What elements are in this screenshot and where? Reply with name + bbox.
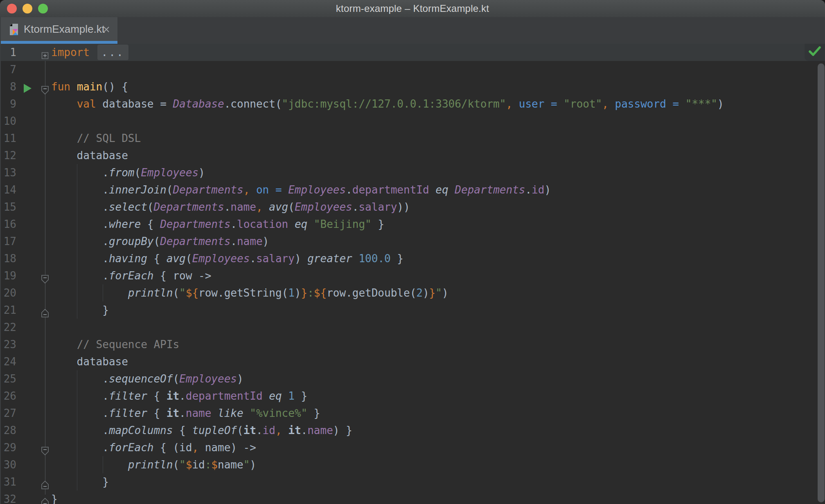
close-window-button[interactable]: [7, 4, 17, 14]
token-pl: [70, 81, 77, 93]
line-number: 14: [0, 181, 16, 198]
token-op: ${: [186, 287, 198, 299]
line-number: 11: [0, 130, 16, 147]
code-lines: 1import ...78fun main() {9 val database …: [0, 44, 825, 504]
token-prop: id: [532, 184, 544, 196]
code-line[interactable]: 10: [0, 112, 825, 130]
token-obj: Departments: [173, 184, 243, 196]
close-tab-icon[interactable]: [102, 25, 110, 34]
code-line[interactable]: 29 .forEach { (id, name) ->: [0, 439, 825, 456]
token-pl: .: [301, 424, 308, 436]
gutter[interactable]: 20: [0, 284, 51, 302]
tab-label: KtormExample.kt: [24, 17, 105, 41]
gutter[interactable]: 14: [0, 181, 51, 198]
gutter[interactable]: 16: [0, 216, 51, 233]
code-line[interactable]: 23 // Sequence APIs: [0, 336, 825, 353]
gutter[interactable]: 1: [0, 44, 51, 61]
code-text: .mapColumns { tupleOf(it.id, it.name) }: [51, 422, 352, 439]
token-pl: [90, 46, 96, 59]
gutter[interactable]: 17: [0, 233, 51, 250]
gutter[interactable]: 31: [0, 473, 51, 491]
code-editor[interactable]: 1import ...78fun main() {9 val database …: [0, 44, 825, 504]
gutter[interactable]: 13: [0, 164, 51, 181]
gutter[interactable]: 21: [0, 302, 51, 319]
code-line[interactable]: 28 .mapColumns { tupleOf(it.id, it.name)…: [0, 422, 825, 439]
fold-collapse-end-icon[interactable]: [41, 495, 49, 504]
code-line[interactable]: 31 }: [0, 473, 825, 491]
gutter[interactable]: 19: [0, 267, 51, 284]
token-prop: salary: [358, 201, 397, 213]
vertical-scrollbar-thumb[interactable]: [818, 63, 825, 502]
line-number: 7: [0, 61, 16, 78]
code-line[interactable]: 8fun main() {: [0, 78, 825, 95]
code-line[interactable]: 15 .select(Departments.name, avg(Employe…: [0, 198, 825, 216]
code-line[interactable]: 14 .innerJoin(Departments, on = Employee…: [0, 181, 825, 198]
inspections-widget[interactable]: [805, 44, 825, 61]
gutter[interactable]: 26: [0, 387, 51, 405]
gutter[interactable]: 24: [0, 353, 51, 370]
gutter[interactable]: 32: [0, 491, 51, 504]
token-pl: }: [391, 252, 403, 265]
line-number: 30: [0, 456, 16, 473]
token-str: "root": [564, 98, 602, 110]
code-line[interactable]: 24 database: [0, 353, 825, 370]
token-kw: val: [77, 98, 96, 110]
gutter[interactable]: 18: [0, 250, 51, 267]
gutter[interactable]: 7: [0, 61, 51, 78]
code-line[interactable]: 25 .sequenceOf(Employees): [0, 370, 825, 387]
gutter[interactable]: 28: [0, 422, 51, 439]
zoom-window-button[interactable]: [38, 4, 48, 14]
code-line[interactable]: 22: [0, 319, 825, 336]
token-pl: ): [295, 287, 301, 299]
token-str: ": [179, 459, 186, 471]
tab-ktormexample[interactable]: KtormExample.kt: [0, 17, 117, 44]
code-line[interactable]: 7: [0, 61, 825, 78]
token-pl: (: [173, 373, 179, 385]
gutter[interactable]: 23: [0, 336, 51, 353]
code-line[interactable]: 19 .forEach { row ->: [0, 267, 825, 284]
gutter[interactable]: 11: [0, 130, 51, 147]
gutter[interactable]: 25: [0, 370, 51, 387]
gutter[interactable]: 9: [0, 95, 51, 112]
gutter[interactable]: 22: [0, 319, 51, 336]
token-pl: .: [51, 235, 109, 248]
code-line[interactable]: 13 .from(Employees): [0, 164, 825, 181]
code-line[interactable]: 30 println("$id:$name"): [0, 456, 825, 473]
code-line[interactable]: 26 .filter { it.departmentId eq 1 }: [0, 387, 825, 405]
gutter[interactable]: 29: [0, 439, 51, 456]
gutter[interactable]: 15: [0, 198, 51, 216]
token-pl: { row ->: [153, 270, 211, 282]
code-line[interactable]: 11 // SQL DSL: [0, 130, 825, 147]
token-pl: {: [141, 218, 160, 230]
code-line[interactable]: 27 .filter { it.name like "%vince%" }: [0, 405, 825, 422]
token-pl: .: [256, 424, 263, 436]
token-str: ": [243, 459, 250, 471]
token-fn: filter: [109, 407, 147, 419]
code-line[interactable]: 12 database: [0, 147, 825, 164]
code-line[interactable]: 17 .groupBy(Departments.name): [0, 233, 825, 250]
code-line[interactable]: 18 .having { avg(Employees.salary) great…: [0, 250, 825, 267]
code-line[interactable]: 1import ...: [0, 44, 825, 61]
token-pl: .: [51, 390, 109, 402]
token-it: it: [243, 424, 256, 436]
gutter[interactable]: 30: [0, 456, 51, 473]
line-number: 22: [0, 319, 16, 336]
code-line[interactable]: 16 .where { Departments.location eq "Bei…: [0, 216, 825, 233]
gutter[interactable]: 12: [0, 147, 51, 164]
gutter[interactable]: 27: [0, 405, 51, 422]
line-number: 8: [0, 78, 16, 95]
gutter[interactable]: 10: [0, 112, 51, 130]
token-pl: .: [51, 184, 109, 196]
token-fn: like: [218, 407, 243, 419]
minimize-window-button[interactable]: [23, 4, 32, 14]
code-line[interactable]: 32}: [0, 491, 825, 504]
code-line[interactable]: 20 println("${row.getString(1)}:${row.ge…: [0, 284, 825, 302]
code-line[interactable]: 9 val database = Database.connect("jdbc:…: [0, 95, 825, 112]
gutter[interactable]: 8: [0, 78, 51, 95]
title-bar: ktorm-example – KtormExample.kt: [0, 0, 825, 18]
token-num: 2: [416, 287, 423, 299]
code-line[interactable]: 21 }: [0, 302, 825, 319]
token-pl: {: [173, 424, 192, 436]
line-number: 20: [0, 284, 16, 302]
token-pl: (: [135, 166, 141, 179]
